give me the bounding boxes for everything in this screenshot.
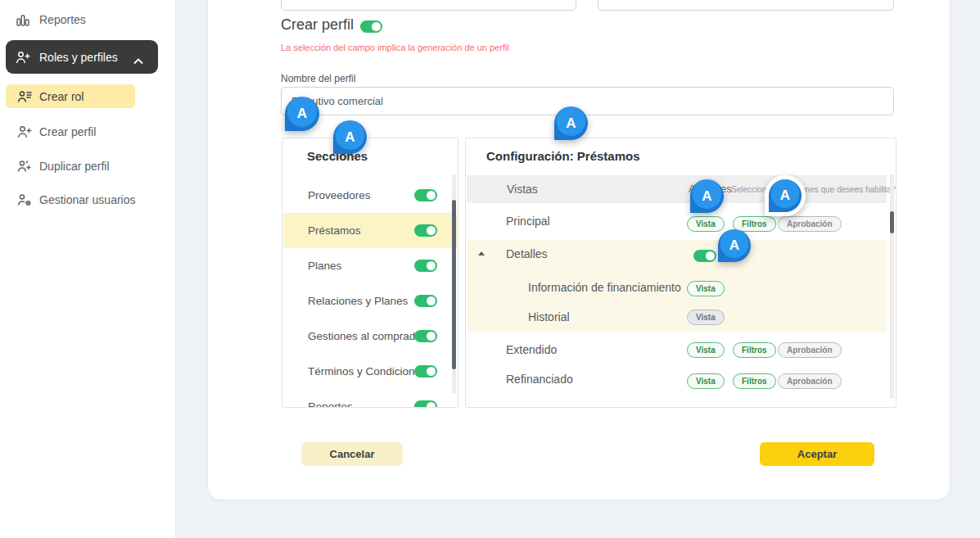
config-scrollbar-thumb[interactable] [890, 211, 894, 233]
sidebar-item-crear-rol[interactable]: Crear rol [6, 84, 135, 108]
top-right-input[interactable] [598, 0, 894, 11]
section-label: Planes [308, 248, 341, 283]
accept-button[interactable]: Aceptar [760, 442, 874, 466]
section-toggle[interactable] [414, 295, 437, 307]
annotation-marker[interactable]: A [718, 229, 751, 262]
config-header-vistas: Vistas [507, 175, 538, 203]
crear-perfil-toggle[interactable] [360, 20, 382, 33]
annotation-marker-selected[interactable]: A [765, 175, 806, 216]
section-toggle[interactable] [414, 400, 437, 408]
cancel-button[interactable]: Cancelar [301, 442, 403, 466]
sidebar-item-label: Duplicar perfil [39, 160, 110, 173]
section-row-proveedores[interactable]: Proveedores [283, 178, 457, 213]
person-plus-icon [15, 49, 31, 66]
sidebar-item-gestionar-usuarios[interactable]: Gestionar usuarios [0, 188, 176, 212]
section-label: Proveedores [308, 178, 371, 213]
sidebar-item-label: Crear rol [39, 90, 84, 103]
sidebar-item-label: Crear perfil [39, 125, 96, 138]
app-root: Crear perfil La selección del campo impl… [0, 0, 980, 538]
chip-vista[interactable]: Vista [687, 216, 725, 232]
config-row-historial-label: Historial [528, 310, 570, 323]
section-row-prestamos[interactable]: Préstamos [283, 213, 457, 248]
profile-name-input[interactable] [281, 87, 894, 115]
section-toggle[interactable] [414, 365, 437, 378]
section-row-relaciones[interactable]: Relaciones y Planes [283, 283, 457, 319]
section-toggle[interactable] [414, 260, 437, 272]
config-scrollbar-track [890, 174, 894, 399]
top-left-input[interactable] [281, 0, 576, 11]
section-row-gestiones[interactable]: Gestiones al comprador [283, 319, 457, 354]
sidebar-item-roles-y-perfiles[interactable]: Roles y perfiles [6, 40, 158, 74]
sidebar-item-label: Roles y perfiles [39, 51, 118, 64]
config-header-row: Vistas Acciones Selecciona las acciones … [467, 175, 887, 203]
page-title: Crear perfil [281, 16, 354, 34]
section-toggle[interactable] [414, 330, 437, 342]
config-panel: Configuración: Préstamos Vistas Acciones… [465, 138, 896, 408]
sidebar-item-duplicar-perfil[interactable]: Duplicar perfil [0, 154, 176, 179]
annotation-marker[interactable]: A [690, 179, 724, 213]
section-row-terminos[interactable]: Términos y Condiciones [283, 354, 457, 389]
sidebar-item-reportes[interactable]: Reportes [0, 7, 176, 32]
person-list-icon [16, 88, 33, 105]
chip-vista[interactable]: Vista [687, 281, 725, 296]
sidebar-item-label: Reportes [39, 13, 86, 26]
bar-chart-icon [15, 11, 31, 28]
config-row-refinanciado-label: Refinanciado [506, 373, 573, 386]
chevron-up-icon [133, 53, 143, 68]
annotation-marker[interactable]: A [285, 97, 319, 131]
chip-aprobacion[interactable]: Aprobación [778, 342, 842, 358]
chip-filtros[interactable]: Filtros [733, 342, 776, 358]
detalles-toggle[interactable] [693, 250, 716, 262]
sections-scrollbar-thumb[interactable] [452, 200, 456, 369]
person-add-icon [16, 124, 33, 140]
section-label: Préstamos [308, 213, 361, 248]
chip-vista[interactable]: Vista [687, 373, 725, 389]
section-row-reportes[interactable]: Reportes [283, 389, 457, 408]
section-label: Gestiones al comprador [308, 319, 425, 354]
profile-name-label: Nombre del perfil [281, 73, 355, 84]
person-duplicate-icon [16, 158, 33, 174]
chip-aprobacion[interactable]: Aprobación [778, 216, 842, 232]
config-title: Configuración: Préstamos [486, 149, 640, 163]
sidebar: Reportes Roles y perfiles Crear rol [0, 0, 176, 538]
chip-vista[interactable]: Vista [687, 342, 725, 358]
section-label: Reportes [308, 389, 353, 408]
section-label: Términos y Condiciones [308, 354, 427, 389]
section-toggle[interactable] [414, 189, 437, 201]
sidebar-item-label: Gestionar usuarios [39, 193, 136, 206]
person-gear-icon [16, 192, 33, 208]
section-label: Relaciones y Planes [308, 283, 408, 319]
section-row-planes[interactable]: Planes [283, 248, 457, 283]
annotation-marker[interactable]: A [554, 106, 588, 140]
sections-panel: Secciones Proveedores Préstamos Planes R… [282, 138, 458, 408]
annotation-marker[interactable]: A [333, 120, 367, 154]
sidebar-item-crear-perfil[interactable]: Crear perfil [0, 120, 176, 144]
config-row-financiamiento-label: Información de financiamiento [528, 281, 681, 294]
section-toggle[interactable] [414, 224, 437, 237]
chip-filtros[interactable]: Filtros [733, 373, 776, 389]
config-row-principal-label: Principal [506, 215, 550, 228]
chip-aprobacion[interactable]: Aprobación [778, 373, 842, 389]
chip-vista[interactable]: Vista [687, 310, 725, 325]
config-row-detalles-label: Detalles [506, 247, 548, 260]
config-row-extendido-label: Extendido [506, 343, 557, 356]
collapse-arrow-icon[interactable] [478, 251, 485, 255]
profile-note: La selección del campo implica la genera… [281, 43, 509, 52]
config-header-helper: Selecciona las acciones que desees habil… [731, 185, 896, 194]
